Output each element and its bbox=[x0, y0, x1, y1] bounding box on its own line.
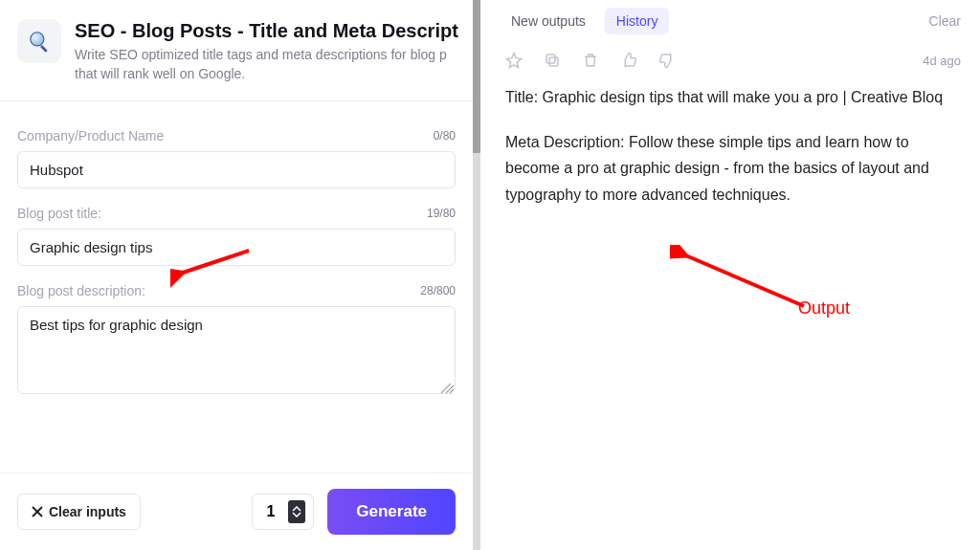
close-icon bbox=[32, 506, 43, 517]
thumbs-up-icon[interactable] bbox=[620, 52, 637, 69]
chevron-down-icon bbox=[292, 512, 301, 517]
company-input[interactable] bbox=[17, 151, 456, 188]
tab-new-outputs[interactable]: New outputs bbox=[500, 8, 597, 34]
thumbs-down-icon[interactable] bbox=[658, 52, 676, 69]
template-subtitle: Write SEO optimized title tags and meta … bbox=[75, 46, 458, 83]
tab-history[interactable]: History bbox=[605, 8, 670, 34]
star-icon[interactable] bbox=[505, 52, 523, 69]
generate-label: Generate bbox=[356, 502, 427, 520]
bottom-bar: Clear inputs 1 Generate bbox=[0, 473, 473, 550]
stepper-buttons[interactable] bbox=[288, 500, 305, 523]
output-panel: New outputs History Clear 4d ago bbox=[480, 0, 980, 550]
title-input[interactable] bbox=[17, 229, 456, 266]
output-title-line: Title: Graphic design tips that will mak… bbox=[505, 84, 955, 110]
template-title: SEO - Blog Posts - Title and Meta Descri… bbox=[75, 19, 458, 42]
svg-rect-1 bbox=[40, 45, 48, 53]
title-count: 19/80 bbox=[427, 207, 456, 220]
quantity-stepper[interactable]: 1 bbox=[252, 494, 314, 530]
quantity-value: 1 bbox=[260, 503, 280, 520]
output-timestamp: 4d ago bbox=[923, 54, 961, 68]
trash-icon[interactable] bbox=[582, 52, 599, 69]
output-text: Title: Graphic design tips that will mak… bbox=[480, 78, 980, 232]
company-count: 0/80 bbox=[434, 129, 456, 143]
svg-point-0 bbox=[31, 33, 44, 46]
template-header: SEO - Blog Posts - Title and Meta Descri… bbox=[0, 0, 473, 101]
scrollbar-thumb[interactable] bbox=[473, 0, 480, 153]
description-count: 28/800 bbox=[420, 284, 456, 297]
copy-icon[interactable] bbox=[544, 52, 561, 69]
company-label: Company/Product Name bbox=[17, 128, 164, 143]
title-label: Blog post title: bbox=[17, 206, 101, 221]
input-panel: SEO - Blog Posts - Title and Meta Descri… bbox=[0, 0, 480, 550]
clear-inputs-button[interactable]: Clear inputs bbox=[17, 494, 141, 530]
description-input[interactable] bbox=[17, 306, 456, 394]
clear-inputs-label: Clear inputs bbox=[49, 504, 126, 519]
output-meta-line: Meta Description: Follow these simple ti… bbox=[505, 129, 955, 208]
svg-rect-8 bbox=[546, 55, 555, 63]
description-label: Blog post description: bbox=[17, 283, 145, 298]
svg-rect-7 bbox=[549, 57, 558, 66]
magnifier-icon bbox=[17, 19, 61, 63]
form-area: Company/Product Name 0/80 Blog post titl… bbox=[0, 101, 473, 473]
generate-button[interactable]: Generate bbox=[327, 489, 456, 535]
clear-history-link[interactable]: Clear bbox=[929, 13, 961, 29]
